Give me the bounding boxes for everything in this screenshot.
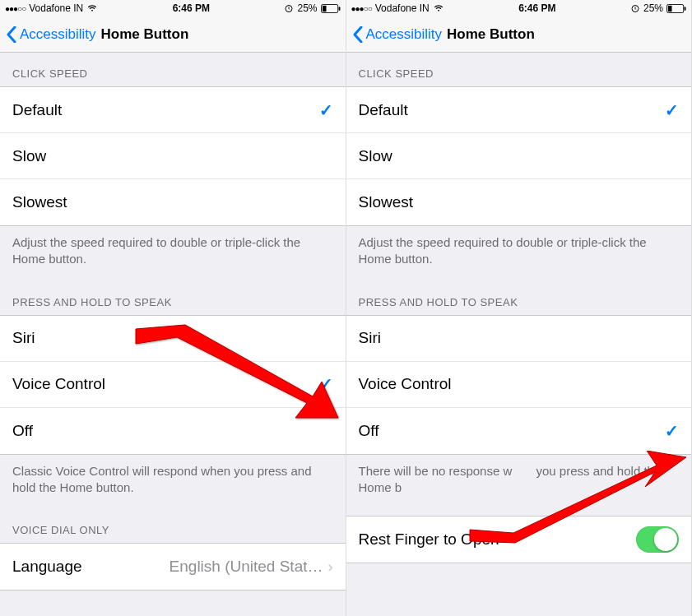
option-off[interactable]: Off	[0, 408, 346, 454]
svg-rect-3	[338, 7, 340, 11]
option-label: Slow	[12, 147, 46, 165]
nav-title: Home Button	[101, 26, 189, 43]
status-bar: ●●●○○ Vodafone IN 6:46 PM 25%	[0, 0, 346, 16]
option-label: Slow	[359, 147, 392, 165]
option-default[interactable]: Default ✓	[346, 87, 692, 133]
svg-rect-8	[685, 7, 686, 11]
clock: 6:46 PM	[173, 2, 210, 14]
section-footer-press-hold: There will be no response when you press…	[346, 455, 692, 510]
rest-finger-label: Rest Finger to Open	[359, 530, 499, 549]
option-label: Slowest	[12, 193, 67, 211]
back-label: Accessibility	[366, 26, 443, 43]
battery-pct: 25%	[643, 2, 663, 14]
section-header-voice-dial: VOICE DIAL ONLY	[0, 509, 346, 543]
check-icon: ✓	[665, 421, 679, 441]
battery-pct: 25%	[297, 2, 317, 14]
back-button[interactable]: Accessibility	[7, 26, 96, 43]
chevron-left-icon	[7, 26, 16, 43]
chevron-left-icon	[353, 26, 363, 43]
screen-left: ●●●○○ Vodafone IN 6:46 PM 25% Accessibil…	[0, 0, 346, 616]
rest-finger-group: Rest Finger to Open	[346, 516, 692, 563]
nav-bar: Accessibility Home Button	[0, 16, 346, 53]
section-footer-press-hold: Classic Voice Control will respond when …	[0, 455, 346, 510]
check-icon: ✓	[665, 100, 679, 120]
option-label: Off	[359, 422, 379, 440]
option-off[interactable]: Off ✓	[346, 408, 692, 454]
wifi-icon	[86, 2, 98, 14]
svg-rect-2	[322, 5, 326, 11]
option-label: Default	[12, 101, 62, 119]
rest-finger-toggle[interactable]	[636, 526, 679, 553]
carrier-label: Vodafone IN	[29, 2, 83, 14]
svg-rect-7	[668, 5, 672, 11]
click-speed-group: Default ✓ Slow Slowest	[346, 86, 692, 226]
signal-dots-icon: ●●●○○	[351, 4, 372, 13]
battery-icon	[321, 4, 341, 13]
language-value: English (United Stat…	[170, 558, 323, 576]
option-voice-control[interactable]: Voice Control ✓	[0, 362, 346, 408]
check-icon: ✓	[319, 100, 333, 120]
alarm-icon	[284, 3, 294, 13]
section-header-click-speed: CLICK SPEED	[0, 53, 346, 86]
press-hold-group: Siri Voice Control Off ✓	[346, 315, 692, 455]
check-icon: ✓	[319, 374, 333, 394]
back-label: Accessibility	[20, 26, 96, 43]
signal-dots-icon: ●●●○○	[5, 4, 26, 13]
section-header-click-speed: CLICK SPEED	[346, 53, 692, 86]
rest-finger-cell[interactable]: Rest Finger to Open	[346, 516, 692, 563]
wifi-icon	[433, 2, 444, 14]
alarm-icon	[630, 3, 640, 13]
section-footer-click-speed: Adjust the speed required to double or t…	[346, 226, 692, 281]
carrier-label: Vodafone IN	[375, 2, 430, 14]
section-footer-click-speed: Adjust the speed required to double or t…	[0, 226, 346, 281]
click-speed-group: Default ✓ Slow Slowest	[0, 86, 346, 226]
language-label: Language	[12, 558, 82, 576]
chevron-right-icon: ›	[328, 558, 333, 576]
option-label: Voice Control	[359, 375, 452, 393]
press-hold-group: Siri Voice Control ✓ Off	[0, 315, 346, 455]
screen-right: ●●●○○ Vodafone IN 6:46 PM 25% Accessibil…	[346, 0, 693, 616]
option-slow[interactable]: Slow	[346, 133, 692, 179]
option-voice-control[interactable]: Voice Control	[346, 362, 692, 408]
option-label: Siri	[12, 329, 35, 347]
voice-dial-group: Language English (United Stat… ›	[0, 543, 346, 591]
language-cell[interactable]: Language English (United Stat… ›	[0, 544, 346, 590]
option-label: Voice Control	[12, 375, 105, 393]
status-bar: ●●●○○ Vodafone IN 6:46 PM 25%	[346, 0, 692, 16]
option-label: Slowest	[359, 193, 414, 211]
section-header-press-hold: PRESS AND HOLD TO SPEAK	[0, 281, 346, 315]
option-slowest[interactable]: Slowest	[0, 179, 346, 225]
option-slow[interactable]: Slow	[0, 133, 346, 179]
option-label: Default	[359, 101, 408, 119]
option-label: Off	[12, 422, 33, 440]
option-slowest[interactable]: Slowest	[346, 179, 692, 225]
section-header-press-hold: PRESS AND HOLD TO SPEAK	[346, 281, 692, 315]
option-label: Siri	[359, 329, 381, 347]
option-default[interactable]: Default ✓	[0, 87, 346, 133]
nav-title: Home Button	[447, 26, 535, 43]
back-button[interactable]: Accessibility	[353, 26, 443, 43]
nav-bar: Accessibility Home Button	[346, 16, 692, 53]
option-siri[interactable]: Siri	[0, 316, 346, 362]
battery-icon	[666, 4, 686, 13]
clock: 6:46 PM	[518, 2, 555, 14]
option-siri[interactable]: Siri	[346, 316, 692, 362]
